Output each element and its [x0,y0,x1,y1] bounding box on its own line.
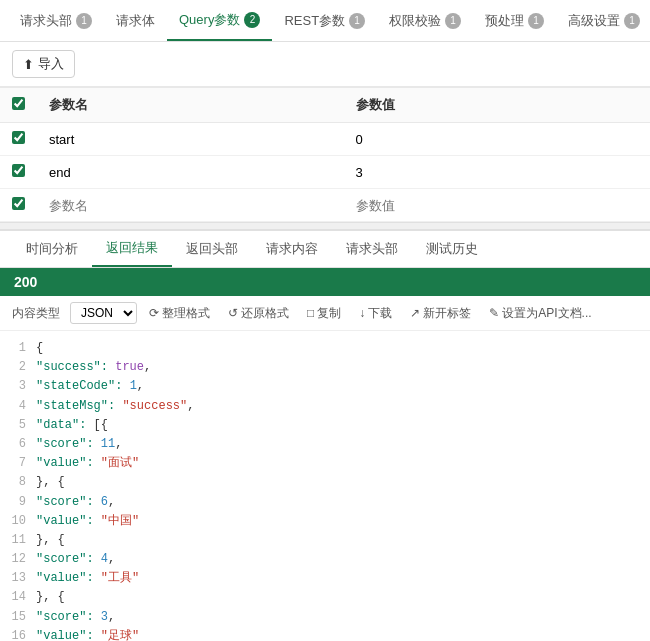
tab-badge-rest: 1 [349,13,365,29]
line-content: "stateMsg": "success", [36,397,650,416]
line-content: { [36,339,650,358]
row3-name-input[interactable] [49,198,332,213]
set-api-doc-action[interactable]: ✎ 设置为API文档... [483,303,597,324]
line-number: 15 [0,608,36,627]
row1-checkbox[interactable] [12,131,25,144]
import-icon: ⬆ [23,57,34,72]
col-check [0,88,37,123]
row1-param-value[interactable] [344,123,651,156]
restore-action[interactable]: ↺ 还原格式 [222,303,295,324]
line-content: "value": "足球" [36,627,650,641]
line-number: 5 [0,416,36,435]
code-line: 15 "score": 3, [0,608,650,627]
line-number: 7 [0,454,36,473]
table-row [0,123,650,156]
table-row [0,189,650,222]
api-doc-icon: ✎ [489,306,499,320]
new-tab-action[interactable]: ↗ 新开标签 [404,303,477,324]
download-action[interactable]: ↓ 下载 [353,303,398,324]
tab-advanced[interactable]: 高级设置 1 [556,0,650,41]
code-line: 4 "stateMsg": "success", [0,397,650,416]
tab-request-body[interactable]: 请求体 [104,0,167,41]
tab-request-headers[interactable]: 请求头部 1 [8,0,104,41]
status-bar: 200 [0,268,650,296]
code-line: 5 "data": [{ [0,416,650,435]
code-line: 14 }, { [0,588,650,607]
format-action[interactable]: ⟳ 整理格式 [143,303,216,324]
line-content: }, { [36,473,650,492]
row3-checkbox[interactable] [12,197,25,210]
line-content: "data": [{ [36,416,650,435]
row1-name-input[interactable] [49,132,332,147]
divider [0,222,650,230]
copy-icon: □ [307,306,314,320]
code-line: 6 "score": 11, [0,435,650,454]
line-content: "value": "面试" [36,454,650,473]
row3-value-input[interactable] [356,198,639,213]
tab-test-history[interactable]: 测试历史 [412,231,492,267]
line-content: "score": 11, [36,435,650,454]
row3-param-value[interactable] [344,189,651,222]
new-tab-icon: ↗ [410,306,420,320]
row2-name-input[interactable] [49,165,332,180]
tab-preprocess[interactable]: 预处理 1 [473,0,556,41]
code-line: 10 "value": "中国" [0,512,650,531]
line-content: "success": true, [36,358,650,377]
line-number: 6 [0,435,36,454]
line-number: 1 [0,339,36,358]
row1-value-input[interactable] [356,132,639,147]
code-line: 8 }, { [0,473,650,492]
row2-value-input[interactable] [356,165,639,180]
row2-param-value[interactable] [344,156,651,189]
col-param-value: 参数值 [344,88,651,123]
line-content: }, { [36,531,650,550]
code-line: 7 "value": "面试" [0,454,650,473]
row2-param-name[interactable] [37,156,344,189]
line-content: }, { [36,588,650,607]
line-content: "stateCode": 1, [36,377,650,396]
row2-checkbox[interactable] [12,164,25,177]
code-line: 12 "score": 4, [0,550,650,569]
tab-badge-query: 2 [244,12,260,28]
line-number: 8 [0,473,36,492]
line-number: 3 [0,377,36,396]
bottom-tab-bar: 时间分析 返回结果 返回头部 请求内容 请求头部 测试历史 [0,230,650,268]
select-all-checkbox[interactable] [12,97,25,110]
line-number: 12 [0,550,36,569]
tab-req-headers[interactable]: 请求头部 [332,231,412,267]
response-section: 200 内容类型 JSON Text HTML ⟳ 整理格式 ↺ 还原格式 □ … [0,268,650,641]
line-number: 14 [0,588,36,607]
download-icon: ↓ [359,306,365,320]
format-icon: ⟳ [149,306,159,320]
content-type-select[interactable]: JSON Text HTML [70,302,137,324]
response-toolbar: 内容类型 JSON Text HTML ⟳ 整理格式 ↺ 还原格式 □ 复制 ↓… [0,296,650,331]
tab-query-params[interactable]: Query参数 2 [167,0,272,41]
line-number: 2 [0,358,36,377]
code-line: 3 "stateCode": 1, [0,377,650,396]
tab-return-headers[interactable]: 返回头部 [172,231,252,267]
params-toolbar: ⬆ 导入 [0,42,650,87]
row1-check-cell [0,123,37,156]
table-row [0,156,650,189]
copy-action[interactable]: □ 复制 [301,303,347,324]
col-param-name: 参数名 [37,88,344,123]
tab-badge-pre: 1 [528,13,544,29]
row3-param-name[interactable] [37,189,344,222]
row1-param-name[interactable] [37,123,344,156]
tab-rest-params[interactable]: REST参数 1 [272,0,377,41]
tab-return-result[interactable]: 返回结果 [92,231,172,267]
tab-badge-adv: 1 [624,13,640,29]
code-line: 1{ [0,339,650,358]
line-number: 11 [0,531,36,550]
line-content: "value": "工具" [36,569,650,588]
line-number: 16 [0,627,36,641]
line-content: "score": 6, [36,493,650,512]
tab-auth[interactable]: 权限校验 1 [377,0,473,41]
tab-time-analysis[interactable]: 时间分析 [12,231,92,267]
import-button[interactable]: ⬆ 导入 [12,50,75,78]
tab-request-content[interactable]: 请求内容 [252,231,332,267]
tab-badge-auth: 1 [445,13,461,29]
restore-icon: ↺ [228,306,238,320]
code-line: 13 "value": "工具" [0,569,650,588]
line-number: 10 [0,512,36,531]
